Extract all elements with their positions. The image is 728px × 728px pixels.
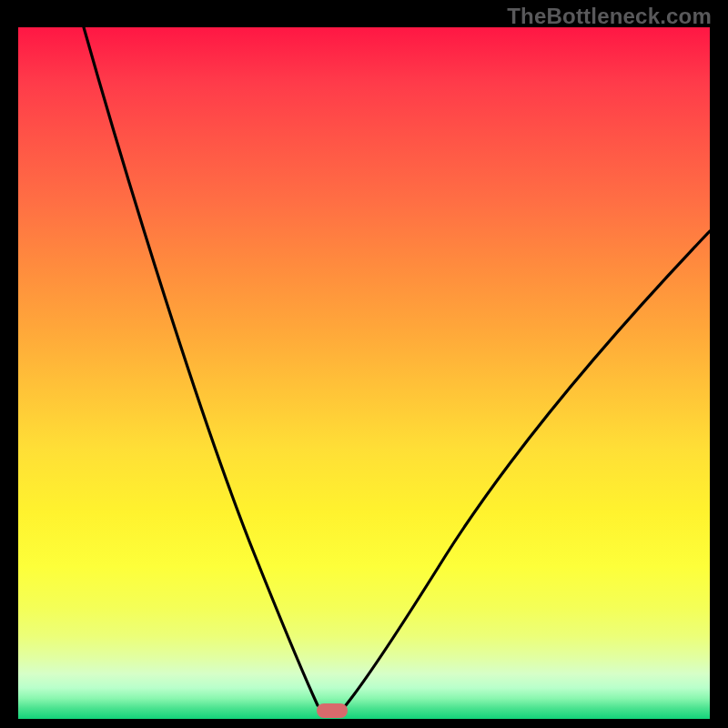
curve-left-branch (84, 27, 318, 705)
curve-svg (18, 27, 710, 719)
plot-area (18, 27, 710, 719)
watermark-text: TheBottleneck.com (507, 4, 712, 29)
dip-marker (317, 703, 348, 718)
curve-right-branch (346, 231, 710, 705)
chart-frame: TheBottleneck.com (0, 0, 728, 728)
